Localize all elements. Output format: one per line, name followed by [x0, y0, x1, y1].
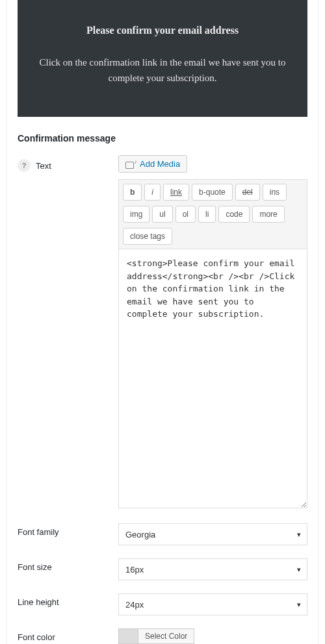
media-icon: [125, 160, 136, 169]
font-size-label: Font size: [18, 562, 52, 572]
qt-ins[interactable]: ins: [263, 184, 287, 201]
field-label: Font size: [18, 558, 118, 572]
confirmation-text-input[interactable]: [118, 249, 307, 508]
qt-code[interactable]: code: [218, 206, 250, 223]
font-color-control: Select Color: [118, 628, 307, 644]
confirmation-preview: Please confirm your email address Click …: [18, 0, 307, 117]
qt-link[interactable]: link: [163, 184, 189, 201]
editor-wrap: Add Media b i link b-quote del ins img u…: [118, 155, 307, 510]
color-swatch[interactable]: [118, 628, 138, 644]
qt-bold[interactable]: b: [123, 184, 142, 201]
line-height-label: Line height: [18, 597, 59, 607]
add-media-label: Add Media: [140, 159, 180, 169]
qt-more[interactable]: more: [252, 206, 284, 223]
field-row-font-color: Font color Select Color: [7, 628, 318, 644]
field-row-font-family: Font family Georgia: [7, 523, 318, 545]
preview-body: Click on the confirmation link in the em…: [36, 55, 289, 86]
field-row-font-size: Font size 16px: [7, 558, 318, 580]
quicktags-toolbar: b i link b-quote del ins img ul ol li co…: [118, 179, 307, 249]
field-row-line-height: Line height 24px: [7, 593, 318, 615]
select-color-button[interactable]: Select Color: [138, 628, 194, 644]
line-height-select[interactable]: 24px: [118, 593, 307, 615]
font-size-control: 16px: [118, 558, 307, 580]
help-icon[interactable]: ?: [18, 159, 31, 172]
field-row-text: ? Text Add Media b i link b-quote del in…: [7, 155, 318, 510]
font-color-label: Font color: [18, 632, 55, 642]
field-label: Font color: [18, 628, 118, 642]
font-family-label: Font family: [18, 527, 59, 537]
text-label: Text: [36, 161, 51, 171]
qt-img[interactable]: img: [123, 206, 150, 223]
field-label: Line height: [18, 593, 118, 607]
qt-li[interactable]: li: [198, 206, 216, 223]
qt-bquote[interactable]: b-quote: [192, 184, 233, 201]
field-label: Font family: [18, 523, 118, 537]
qt-ul[interactable]: ul: [152, 206, 172, 223]
field-label: ? Text: [18, 155, 118, 172]
font-family-control: Georgia: [118, 523, 307, 545]
qt-ol[interactable]: ol: [176, 206, 196, 223]
section-heading: Confirmation message: [18, 133, 318, 143]
preview-title: Please confirm your email address: [36, 25, 289, 36]
font-size-select[interactable]: 16px: [118, 558, 307, 580]
qt-close-tags[interactable]: close tags: [123, 228, 172, 245]
color-picker: Select Color: [118, 628, 307, 644]
qt-del[interactable]: del: [235, 184, 260, 201]
settings-panel: Please confirm your email address Click …: [6, 0, 318, 644]
qt-italic[interactable]: i: [144, 184, 161, 201]
add-media-button[interactable]: Add Media: [118, 155, 187, 173]
line-height-control: 24px: [118, 593, 307, 615]
font-family-select[interactable]: Georgia: [118, 523, 307, 545]
